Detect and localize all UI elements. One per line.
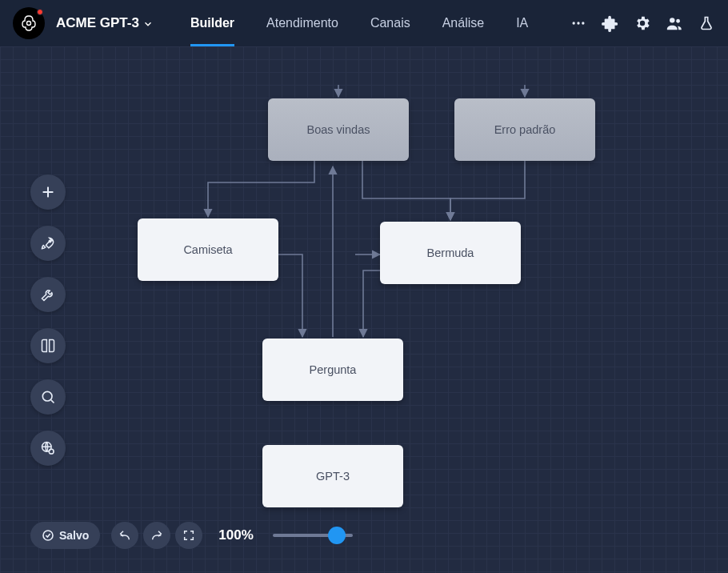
node-gpt3[interactable]: GPT-3 <box>262 445 403 507</box>
magnifier-icon <box>40 389 56 405</box>
docs-button[interactable] <box>30 328 66 363</box>
settings-button[interactable] <box>30 277 66 312</box>
gear-icon[interactable] <box>634 14 651 32</box>
more-icon[interactable] <box>570 14 587 32</box>
tab-analise[interactable]: Análise <box>426 0 500 46</box>
node-label: Erro padrão <box>494 123 556 136</box>
node-label: Bermuda <box>427 246 474 259</box>
undo-button[interactable] <box>111 522 138 549</box>
users-icon[interactable] <box>666 14 683 32</box>
global-settings-button[interactable] <box>30 431 66 466</box>
redo-button[interactable] <box>143 522 170 549</box>
svg-point-5 <box>676 19 680 23</box>
app-header: ACME GPT-3 Builder Atendimento Canais An… <box>0 0 728 46</box>
zoom-slider-thumb[interactable] <box>328 527 346 544</box>
node-label: Boas vindas <box>307 123 370 136</box>
svg-line-10 <box>51 400 54 403</box>
wrench-icon <box>40 286 56 303</box>
main-tabs: Builder Atendimento Canais Análise IA <box>174 0 544 46</box>
svg-point-0 <box>27 22 31 26</box>
node-camiseta[interactable]: Camiseta <box>138 218 278 281</box>
add-button[interactable] <box>30 174 66 210</box>
search-button[interactable] <box>30 379 66 415</box>
svg-point-1 <box>573 22 575 24</box>
save-status-label: Salvo <box>59 529 89 542</box>
tab-atendimento[interactable]: Atendimento <box>250 0 354 46</box>
svg-point-4 <box>670 18 674 22</box>
app-logo[interactable] <box>13 7 45 39</box>
bottom-bar: Salvo 100% <box>30 522 353 549</box>
node-label: Camiseta <box>183 243 232 256</box>
tool-dock <box>30 174 66 466</box>
tab-ia[interactable]: IA <box>500 0 544 46</box>
node-label: GPT-3 <box>316 470 350 483</box>
workspace-switcher[interactable]: ACME GPT-3 <box>56 15 154 31</box>
rocket-icon <box>40 235 56 251</box>
fit-view-button[interactable] <box>175 522 202 549</box>
extension-icon[interactable] <box>602 14 619 32</box>
maximize-icon <box>182 529 195 542</box>
plus-icon <box>39 183 57 201</box>
book-icon <box>40 338 56 354</box>
header-icon-group <box>570 14 715 32</box>
zoom-slider[interactable] <box>273 534 353 537</box>
globe-gear-icon <box>40 440 56 456</box>
undo-icon <box>118 529 131 542</box>
flask-icon[interactable] <box>698 14 715 32</box>
tab-builder[interactable]: Builder <box>174 0 250 46</box>
svg-point-2 <box>577 22 579 24</box>
svg-point-3 <box>582 22 584 24</box>
svg-point-9 <box>42 391 52 401</box>
svg-point-12 <box>49 449 54 454</box>
chevron-down-icon <box>142 18 154 30</box>
node-erro-padrao[interactable]: Erro padrão <box>454 98 595 161</box>
notification-dot-icon <box>37 9 43 15</box>
check-circle-icon <box>42 529 54 542</box>
node-label: Pergunta <box>310 363 357 376</box>
tab-canais[interactable]: Canais <box>354 0 426 46</box>
zoom-level: 100% <box>218 527 253 543</box>
workspace-name: ACME GPT-3 <box>56 15 139 31</box>
node-pergunta[interactable]: Pergunta <box>262 339 403 401</box>
save-status: Salvo <box>30 522 100 549</box>
publish-button[interactable] <box>30 226 66 261</box>
node-boas-vindas[interactable]: Boas vindas <box>268 98 409 161</box>
redo-icon <box>150 529 163 542</box>
flow-canvas[interactable]: Boas vindas Erro padrão Camiseta Bermuda… <box>0 46 728 573</box>
node-bermuda[interactable]: Bermuda <box>380 222 521 284</box>
